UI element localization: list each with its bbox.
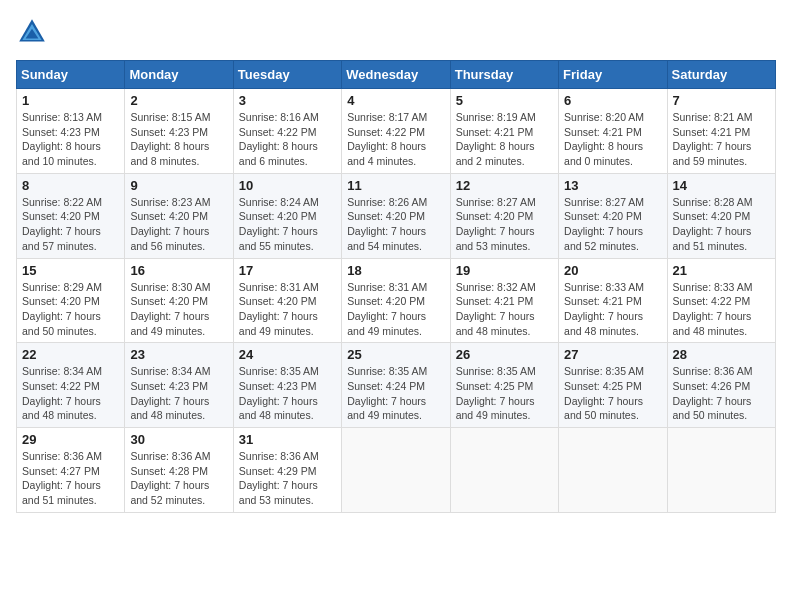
day-number: 25 [347,347,444,362]
day-number: 11 [347,178,444,193]
calendar-day-cell: 27Sunrise: 8:35 AM Sunset: 4:25 PM Dayli… [559,343,667,428]
header [16,16,776,48]
day-info: Sunrise: 8:36 AM Sunset: 4:29 PM Dayligh… [239,449,336,508]
weekday-header-cell: Friday [559,61,667,89]
day-number: 14 [673,178,770,193]
day-number: 13 [564,178,661,193]
day-number: 7 [673,93,770,108]
weekday-header-cell: Sunday [17,61,125,89]
weekday-header-cell: Thursday [450,61,558,89]
day-info: Sunrise: 8:32 AM Sunset: 4:21 PM Dayligh… [456,280,553,339]
logo [16,16,52,48]
calendar-day-cell: 8Sunrise: 8:22 AM Sunset: 4:20 PM Daylig… [17,173,125,258]
day-info: Sunrise: 8:13 AM Sunset: 4:23 PM Dayligh… [22,110,119,169]
day-number: 4 [347,93,444,108]
day-info: Sunrise: 8:24 AM Sunset: 4:20 PM Dayligh… [239,195,336,254]
calendar-day-cell: 15Sunrise: 8:29 AM Sunset: 4:20 PM Dayli… [17,258,125,343]
calendar-day-cell [559,428,667,513]
calendar-day-cell: 26Sunrise: 8:35 AM Sunset: 4:25 PM Dayli… [450,343,558,428]
day-info: Sunrise: 8:35 AM Sunset: 4:23 PM Dayligh… [239,364,336,423]
day-info: Sunrise: 8:36 AM Sunset: 4:26 PM Dayligh… [673,364,770,423]
calendar-week-row: 1Sunrise: 8:13 AM Sunset: 4:23 PM Daylig… [17,89,776,174]
day-number: 1 [22,93,119,108]
day-info: Sunrise: 8:15 AM Sunset: 4:23 PM Dayligh… [130,110,227,169]
calendar-week-row: 22Sunrise: 8:34 AM Sunset: 4:22 PM Dayli… [17,343,776,428]
day-info: Sunrise: 8:26 AM Sunset: 4:20 PM Dayligh… [347,195,444,254]
day-info: Sunrise: 8:34 AM Sunset: 4:23 PM Dayligh… [130,364,227,423]
day-number: 29 [22,432,119,447]
day-info: Sunrise: 8:17 AM Sunset: 4:22 PM Dayligh… [347,110,444,169]
calendar-day-cell: 18Sunrise: 8:31 AM Sunset: 4:20 PM Dayli… [342,258,450,343]
day-info: Sunrise: 8:22 AM Sunset: 4:20 PM Dayligh… [22,195,119,254]
day-number: 30 [130,432,227,447]
calendar-day-cell: 21Sunrise: 8:33 AM Sunset: 4:22 PM Dayli… [667,258,775,343]
calendar-day-cell: 25Sunrise: 8:35 AM Sunset: 4:24 PM Dayli… [342,343,450,428]
day-info: Sunrise: 8:31 AM Sunset: 4:20 PM Dayligh… [347,280,444,339]
calendar-day-cell: 9Sunrise: 8:23 AM Sunset: 4:20 PM Daylig… [125,173,233,258]
day-info: Sunrise: 8:35 AM Sunset: 4:25 PM Dayligh… [456,364,553,423]
weekday-header-cell: Saturday [667,61,775,89]
day-info: Sunrise: 8:29 AM Sunset: 4:20 PM Dayligh… [22,280,119,339]
day-info: Sunrise: 8:27 AM Sunset: 4:20 PM Dayligh… [456,195,553,254]
calendar-day-cell: 23Sunrise: 8:34 AM Sunset: 4:23 PM Dayli… [125,343,233,428]
calendar-day-cell: 29Sunrise: 8:36 AM Sunset: 4:27 PM Dayli… [17,428,125,513]
calendar-day-cell [342,428,450,513]
day-number: 3 [239,93,336,108]
weekday-header-cell: Tuesday [233,61,341,89]
calendar-day-cell: 7Sunrise: 8:21 AM Sunset: 4:21 PM Daylig… [667,89,775,174]
calendar-day-cell [450,428,558,513]
day-number: 5 [456,93,553,108]
calendar-day-cell: 13Sunrise: 8:27 AM Sunset: 4:20 PM Dayli… [559,173,667,258]
calendar-day-cell: 5Sunrise: 8:19 AM Sunset: 4:21 PM Daylig… [450,89,558,174]
day-info: Sunrise: 8:35 AM Sunset: 4:25 PM Dayligh… [564,364,661,423]
day-info: Sunrise: 8:35 AM Sunset: 4:24 PM Dayligh… [347,364,444,423]
day-info: Sunrise: 8:28 AM Sunset: 4:20 PM Dayligh… [673,195,770,254]
day-number: 8 [22,178,119,193]
calendar-day-cell: 10Sunrise: 8:24 AM Sunset: 4:20 PM Dayli… [233,173,341,258]
weekday-header-cell: Wednesday [342,61,450,89]
calendar-day-cell: 20Sunrise: 8:33 AM Sunset: 4:21 PM Dayli… [559,258,667,343]
day-info: Sunrise: 8:20 AM Sunset: 4:21 PM Dayligh… [564,110,661,169]
day-number: 10 [239,178,336,193]
day-number: 12 [456,178,553,193]
calendar-day-cell: 19Sunrise: 8:32 AM Sunset: 4:21 PM Dayli… [450,258,558,343]
day-number: 28 [673,347,770,362]
calendar-week-row: 29Sunrise: 8:36 AM Sunset: 4:27 PM Dayli… [17,428,776,513]
day-number: 27 [564,347,661,362]
calendar-day-cell: 6Sunrise: 8:20 AM Sunset: 4:21 PM Daylig… [559,89,667,174]
day-number: 17 [239,263,336,278]
day-info: Sunrise: 8:33 AM Sunset: 4:22 PM Dayligh… [673,280,770,339]
calendar-week-row: 8Sunrise: 8:22 AM Sunset: 4:20 PM Daylig… [17,173,776,258]
day-info: Sunrise: 8:30 AM Sunset: 4:20 PM Dayligh… [130,280,227,339]
day-info: Sunrise: 8:34 AM Sunset: 4:22 PM Dayligh… [22,364,119,423]
calendar-day-cell: 16Sunrise: 8:30 AM Sunset: 4:20 PM Dayli… [125,258,233,343]
calendar-day-cell: 31Sunrise: 8:36 AM Sunset: 4:29 PM Dayli… [233,428,341,513]
day-number: 26 [456,347,553,362]
day-info: Sunrise: 8:19 AM Sunset: 4:21 PM Dayligh… [456,110,553,169]
logo-icon [16,16,48,48]
calendar-day-cell: 28Sunrise: 8:36 AM Sunset: 4:26 PM Dayli… [667,343,775,428]
day-number: 6 [564,93,661,108]
day-number: 20 [564,263,661,278]
calendar-week-row: 15Sunrise: 8:29 AM Sunset: 4:20 PM Dayli… [17,258,776,343]
day-info: Sunrise: 8:36 AM Sunset: 4:28 PM Dayligh… [130,449,227,508]
calendar-day-cell: 3Sunrise: 8:16 AM Sunset: 4:22 PM Daylig… [233,89,341,174]
calendar-day-cell: 30Sunrise: 8:36 AM Sunset: 4:28 PM Dayli… [125,428,233,513]
day-info: Sunrise: 8:31 AM Sunset: 4:20 PM Dayligh… [239,280,336,339]
calendar-day-cell: 14Sunrise: 8:28 AM Sunset: 4:20 PM Dayli… [667,173,775,258]
weekday-header: SundayMondayTuesdayWednesdayThursdayFrid… [17,61,776,89]
calendar-day-cell: 11Sunrise: 8:26 AM Sunset: 4:20 PM Dayli… [342,173,450,258]
day-number: 31 [239,432,336,447]
calendar-day-cell: 22Sunrise: 8:34 AM Sunset: 4:22 PM Dayli… [17,343,125,428]
day-number: 16 [130,263,227,278]
day-number: 23 [130,347,227,362]
calendar-day-cell: 17Sunrise: 8:31 AM Sunset: 4:20 PM Dayli… [233,258,341,343]
day-number: 18 [347,263,444,278]
day-info: Sunrise: 8:23 AM Sunset: 4:20 PM Dayligh… [130,195,227,254]
day-number: 9 [130,178,227,193]
calendar-day-cell [667,428,775,513]
weekday-header-cell: Monday [125,61,233,89]
day-number: 24 [239,347,336,362]
calendar-day-cell: 1Sunrise: 8:13 AM Sunset: 4:23 PM Daylig… [17,89,125,174]
calendar-body: 1Sunrise: 8:13 AM Sunset: 4:23 PM Daylig… [17,89,776,513]
